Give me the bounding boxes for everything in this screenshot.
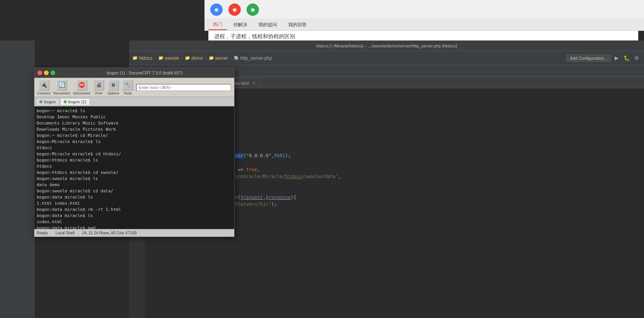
browser-tab-bar: 热门 待解决 我的提问 我的回答 <box>205 19 644 31</box>
left-panel <box>0 40 35 318</box>
tools-icon: 🔧 <box>122 80 133 91</box>
add-configuration-button[interactable]: Add Configuration... <box>566 55 611 62</box>
term-line-8: bogon:Miracle miracle$ cd htdocs/ <box>37 151 232 157</box>
breadcrumb-file-label: http_server.php <box>240 56 272 61</box>
browser-icon3: ◉ <box>247 3 259 16</box>
term-line-20: bogon:data miracle$ pwd <box>37 225 232 229</box>
terminal-title-text: bogon (1) - SecureCRT 7.3.0 (build 657) <box>58 71 231 75</box>
terminal-tab-bogon-label: bogon <box>44 99 56 104</box>
term-line-5: bogon:~ miracle$ cd Miracle/ <box>37 133 232 139</box>
terminal-tabs: bogon bogon (1) <box>34 97 234 106</box>
options-icon: ⚙ <box>108 80 119 91</box>
maximize-traffic-light[interactable] <box>51 71 55 75</box>
reconnect-icon: 🔄 <box>56 80 67 91</box>
breadcrumb-server-label: server <box>215 56 228 61</box>
connect-button[interactable]: 🔌 Connect <box>37 80 51 95</box>
breadcrumb-server[interactable]: 📁 server <box>209 56 228 61</box>
term-line-2: Desktop Imooc Movies Public <box>37 114 232 120</box>
file-icon-php: 🐘 <box>234 56 239 61</box>
terminal-titlebar: bogon (1) - SecureCRT 7.3.0 (build 657) <box>34 68 234 78</box>
term-line-15: bogon:data miracle$ ls <box>37 194 232 200</box>
options-button[interactable]: ⚙ Options <box>107 80 119 95</box>
browser-nav: ◉ ◉ ◉ <box>205 0 644 19</box>
traffic-lights <box>37 71 55 75</box>
term-line-17: bogon:data miracle$ rm -rf 1.html <box>37 207 232 213</box>
tab-close-index[interactable]: ✕ <box>252 81 255 85</box>
tab-dot-2 <box>64 100 67 103</box>
print-label: Print <box>95 91 103 95</box>
browser-tab-myanswer[interactable]: 我的回答 <box>284 20 311 30</box>
terminal-statusbar: Ready Local Shell 24, 21 24 Rows, 80 Col… <box>34 229 234 237</box>
folder-icon-demo: 📁 <box>185 56 190 61</box>
term-line-13: data demo <box>37 182 232 188</box>
term-line-19: index.html <box>37 219 232 225</box>
reconnect-label: Reconnect <box>54 91 70 95</box>
terminal-position: 24, 21 24 Rows, 80 Cols VT100 <box>82 231 137 235</box>
term-line-14: bogon:swoole miracle$ cd data/ <box>37 188 232 194</box>
tools-button[interactable]: 🔧 Tools <box>122 80 133 95</box>
host-input[interactable] <box>136 84 231 91</box>
disconnect-label: Disconnect <box>73 91 91 95</box>
browser-tab-hot[interactable]: 热门 <box>208 20 227 30</box>
ide-toolbar-right: Add Configuration... ▶ 🐛 ⚙ <box>566 54 641 62</box>
browser-content-text: 进程，子进程，线程和协程的区别 <box>214 33 295 40</box>
breadcrumb-sep2: › <box>181 56 183 61</box>
tools-label: Tools <box>124 91 132 95</box>
connect-icon: 🔌 <box>39 80 49 91</box>
breadcrumb-htdocs-label: htdocs <box>139 56 152 61</box>
term-line-10: htdocs <box>37 163 232 170</box>
breadcrumb-file[interactable]: 🐘 http_server.php <box>234 56 272 61</box>
browser-icon: ◉ <box>210 3 223 16</box>
browser-icon2: ◉ <box>228 3 241 16</box>
breadcrumb-sep4: › <box>230 56 232 61</box>
terminal-shell: Local Shell <box>56 231 74 235</box>
securecrt-window: bogon (1) - SecureCRT 7.3.0 (build 657) … <box>34 67 235 237</box>
term-line-18: bogon:data miracle$ ls <box>37 213 232 219</box>
browser-tab-myquestion[interactable]: 我的提问 <box>254 20 282 30</box>
browser-tab-pending[interactable]: 待解决 <box>229 20 252 30</box>
terminal-tab-bogon1-label: bogon (1) <box>68 99 86 104</box>
terminal-tab-bogon1[interactable]: bogon (1) <box>60 98 90 105</box>
disconnect-icon: ⛔ <box>76 80 87 91</box>
options-label: Options <box>107 91 119 95</box>
folder-icon-htdocs: 📁 <box>132 56 138 61</box>
ide-main-toolbar: 📁 htdocs › 📁 swoole › 📁 demo › 📁 server … <box>129 51 644 65</box>
term-line-7: htdocs <box>37 145 232 151</box>
settings-button[interactable]: ⚙ <box>632 54 641 62</box>
run-button[interactable]: ▶ <box>612 54 621 62</box>
ide-title-text: htdocs [~/Miracle/htdocs] – .../swoole/d… <box>133 44 640 48</box>
breadcrumb-swoole-label: swoole <box>165 56 179 61</box>
folder-icon-server: 📁 <box>209 56 214 61</box>
term-line-12: bogon:swoole miracle$ ls <box>37 176 232 182</box>
term-line-6: bogon:Miracle miracle$ ls <box>37 139 232 145</box>
folder-icon-swoole: 📁 <box>158 56 164 61</box>
breadcrumb-htdocs[interactable]: 📁 htdocs <box>132 56 152 61</box>
term-line-9: bogon:htdocs miracle$ ls <box>37 157 232 163</box>
term-line-4: Downloads Miracle Pictures Work <box>37 126 232 133</box>
breadcrumb-demo-label: demo <box>191 56 203 61</box>
term-line-3: Documents Library Music Software <box>37 120 232 126</box>
close-traffic-light[interactable] <box>37 71 42 75</box>
breadcrumb-demo[interactable]: 📁 demo <box>185 56 203 61</box>
minimize-traffic-light[interactable] <box>44 71 49 75</box>
disconnect-button[interactable]: ⛔ Disconnect <box>73 80 91 95</box>
print-button[interactable]: 🖨 Print <box>93 80 104 95</box>
term-line-1: bogon:~ miracle$ ls <box>37 108 232 114</box>
terminal-content[interactable]: bogon:~ miracle$ ls Desktop Imooc Movies… <box>34 106 234 229</box>
term-line-11: bogon:htdocs miracle$ cd swoole/ <box>37 170 232 176</box>
print-icon: 🖨 <box>93 80 104 91</box>
term-line-16: 1.html index.html <box>37 200 232 207</box>
reconnect-button[interactable]: 🔄 Reconnect <box>54 80 70 95</box>
terminal-status: Ready <box>37 231 48 235</box>
terminal-tab-bogon[interactable]: bogon <box>36 98 59 105</box>
ide-titlebar: htdocs [~/Miracle/htdocs] – .../swoole/d… <box>129 40 644 51</box>
breadcrumb-sep3: › <box>205 56 207 61</box>
debug-button[interactable]: 🐛 <box>622 54 631 62</box>
securecrt-toolbar: 🔌 Connect 🔄 Reconnect ⛔ Disconnect 🖨 Pri… <box>34 78 234 97</box>
tab-dot-1 <box>39 100 42 103</box>
breadcrumb-sep1: › <box>154 56 157 61</box>
connect-label: Connect <box>37 91 51 95</box>
breadcrumb-swoole[interactable]: 📁 swoole <box>158 56 179 61</box>
